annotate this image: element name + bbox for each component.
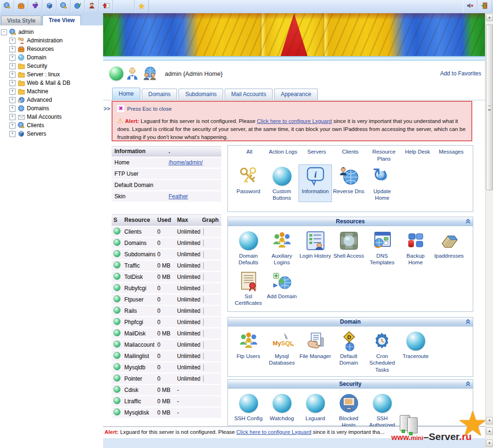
icon-item-shell-access[interactable]: Shell Access (332, 229, 365, 267)
graph-box[interactable] (203, 240, 204, 246)
scroll-up-button[interactable] (486, 14, 493, 21)
cube-toolbar-button[interactable] (42, 0, 57, 13)
add-to-favorites-link[interactable]: Add to Favorites (440, 70, 481, 77)
sidebar-tab-vista-style[interactable]: Vista Style (1, 16, 41, 25)
sidebar-collapse-handle[interactable]: >> (104, 106, 110, 112)
globe-key-toolbar-button[interactable] (0, 0, 14, 13)
expand-box-icon[interactable]: + (9, 122, 16, 129)
expand-box-icon[interactable]: + (9, 72, 16, 78)
upload-toolbar-button[interactable] (99, 0, 113, 13)
tab-domains[interactable]: Domains (142, 89, 177, 100)
tree-item-admin[interactable]: −admin (0, 28, 103, 36)
tree-item-mail-accounts[interactable]: +Mail Accounts (0, 113, 103, 121)
tab-home[interactable]: Home (112, 88, 140, 100)
expand-box-icon[interactable]: + (9, 46, 16, 52)
tree-item-server-linux[interactable]: +Server : linux (0, 70, 103, 79)
icon-item-auxiliary-logins[interactable]: Auxiliary Logins (265, 229, 299, 267)
icon-item-password[interactable]: Password (232, 164, 265, 202)
graph-box[interactable] (203, 262, 204, 269)
expand-box-icon[interactable]: + (9, 89, 16, 95)
collapse-chevron-icon[interactable] (465, 319, 471, 326)
mute-toolbar-button[interactable] (463, 0, 477, 13)
tree-item-web-mail-db[interactable]: +Web & Mail & DB (0, 79, 103, 87)
globe-key-toolbar-button[interactable] (57, 0, 71, 13)
tree-item-domains[interactable]: +Domains (0, 104, 103, 113)
scroll-up-button-2[interactable] (486, 427, 493, 435)
tree-item-machine[interactable]: +Machine (0, 87, 103, 96)
icon-item-mysql-databases[interactable]: MySQLMysql Databases (265, 329, 299, 374)
footer-configure-lxguard-link[interactable]: Click here to configure Lxguard (236, 429, 311, 435)
expand-box-icon[interactable]: + (9, 97, 16, 103)
tree-item-security[interactable]: +Security (0, 62, 103, 70)
toolbox-toolbar-button[interactable] (14, 0, 28, 13)
icon-item-information[interactable]: iInformation (299, 164, 332, 202)
graph-box[interactable] (203, 228, 204, 235)
expand-box-icon[interactable]: + (9, 55, 16, 61)
icon-item-traceroute[interactable]: Traceroute (399, 329, 432, 374)
expand-box-icon[interactable]: + (9, 106, 16, 112)
icon-item-add-domain[interactable]: Add Domain (265, 269, 299, 307)
scrollbar-thumb[interactable] (486, 24, 493, 190)
tab-subdomains[interactable]: Subdomains (178, 89, 223, 100)
scroll-down-button-2[interactable] (486, 440, 493, 447)
graph-box[interactable] (203, 319, 204, 326)
quick-link-messages[interactable]: Messages (435, 148, 468, 163)
collapse-box-icon[interactable]: − (1, 29, 7, 35)
quick-link-help-desk[interactable]: Help Desk (401, 148, 434, 163)
quick-link-action-logs[interactable]: Action Logs (266, 148, 299, 163)
globe-arrow-toolbar-button[interactable] (71, 0, 85, 13)
close-icon[interactable]: ✖ (117, 105, 124, 112)
tree-item-clients[interactable]: +Clients (0, 121, 103, 130)
scroll-down-button[interactable] (486, 417, 493, 424)
door-toolbar-button[interactable] (477, 0, 492, 13)
tree-item-domain[interactable]: +Domain (0, 53, 103, 62)
tree-item-servers[interactable]: +Servers (0, 130, 103, 138)
collapse-chevron-icon[interactable] (465, 219, 471, 226)
icon-item-reverse-dns[interactable]: Reverse Dns (332, 164, 365, 202)
expand-box-icon[interactable]: + (9, 131, 16, 137)
vertical-scrollbar[interactable] (485, 13, 493, 448)
expand-box-icon[interactable]: + (9, 38, 16, 44)
tree-item-resources[interactable]: +Resources (0, 45, 103, 53)
graph-box[interactable] (203, 364, 204, 371)
icon-item-login-history[interactable]: Login History (299, 229, 332, 267)
icon-item-file-manager[interactable]: File Manager (299, 329, 332, 374)
tree-item-advanced[interactable]: +Advanced (0, 96, 103, 104)
icon-item-dns-templates[interactable]: DNS Templates (365, 229, 399, 267)
graph-box[interactable] (203, 330, 204, 337)
grapes-toolbar-button[interactable] (28, 0, 42, 13)
graph-box[interactable] (203, 342, 204, 348)
quick-link-all[interactable]: All (233, 148, 266, 163)
icon-item-ipaddresses[interactable]: Ipaddresses (432, 229, 466, 267)
tab-mail-accounts[interactable]: Mail Accounts (225, 89, 273, 100)
icon-item-default-domain[interactable]: DDefault Domain (332, 329, 365, 374)
graph-box[interactable] (203, 296, 204, 303)
icon-item-update-home[interactable]: ↻Update Home (365, 164, 399, 202)
person-small-toolbar-button[interactable] (85, 0, 99, 13)
favorites-star-button[interactable]: ★ (135, 0, 149, 13)
quick-link-clients[interactable]: Clients (333, 148, 367, 163)
graph-box[interactable] (203, 308, 204, 314)
graph-box[interactable] (203, 274, 204, 280)
configure-lxguard-link[interactable]: Click here to configure Lxguard (257, 118, 332, 124)
info-row-value[interactable]: Feather (166, 193, 221, 200)
icon-item-custom-buttons[interactable]: Custom Buttons (265, 164, 299, 202)
icon-item-domain-defaults[interactable]: Domain Defaults (232, 229, 265, 267)
graph-box[interactable] (203, 285, 204, 292)
expand-box-icon[interactable]: + (9, 114, 16, 120)
icon-item-ftp-users[interactable]: Ftp Users (232, 329, 265, 374)
icon-item-backup-home[interactable]: Backup Home (399, 229, 432, 267)
expand-box-icon[interactable]: + (9, 80, 16, 86)
collapse-chevron-icon[interactable] (465, 381, 471, 388)
graph-box[interactable] (203, 251, 204, 258)
expand-box-icon[interactable]: + (9, 63, 16, 69)
graph-box[interactable] (203, 375, 204, 382)
icon-item-cron-scheduled-tasks[interactable]: Cron Scheduled Tasks (365, 329, 399, 374)
tab-appearance[interactable]: Appearance (274, 89, 318, 100)
tree-item-administration[interactable]: +Administration (0, 36, 103, 45)
icon-item-ssl-certificates[interactable]: Ssl Certificates (232, 269, 265, 307)
graph-box[interactable] (203, 353, 204, 359)
sidebar-tab-tree-view[interactable]: Tree View (42, 15, 81, 25)
quick-link-servers[interactable]: Servers (300, 148, 333, 163)
quick-link-resource-plans[interactable]: Resource Plans (367, 148, 401, 163)
